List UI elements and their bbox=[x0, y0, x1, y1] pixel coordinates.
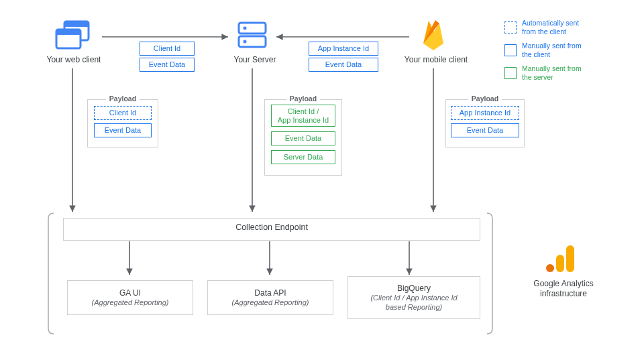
server-stack-icon bbox=[236, 20, 268, 52]
svg-point-5 bbox=[244, 27, 247, 30]
browser-windows-icon bbox=[55, 20, 91, 52]
payload-server-label: Payload bbox=[286, 95, 320, 103]
legend-auto-text: Automatically sent from the client bbox=[522, 19, 589, 36]
report-ga-ui-sub: (Aggregated Reporting) bbox=[68, 298, 193, 308]
firebase-icon bbox=[419, 17, 447, 54]
collection-endpoint: Collection Endpoint bbox=[63, 218, 480, 241]
report-data-api: Data API (Aggregated Reporting) bbox=[207, 280, 333, 315]
report-data-api-title: Data API bbox=[208, 288, 333, 298]
svg-rect-6 bbox=[239, 36, 266, 47]
svg-point-8 bbox=[546, 264, 554, 272]
web-client-label: Your web client bbox=[40, 55, 107, 64]
legend-auto-client: Automatically sent from the client bbox=[504, 19, 589, 36]
payload-mobile-label: Payload bbox=[468, 95, 502, 103]
mobile-to-server-event-data: Event Data bbox=[309, 58, 378, 72]
ga-infra-label: Google Analytics infrastructure bbox=[523, 279, 604, 299]
legend-manual-server-text: Manually sent from the server bbox=[522, 64, 589, 81]
payload-mobile-app-instance-id: App Instance Id bbox=[451, 106, 519, 120]
web-to-server-client-id: Client Id bbox=[140, 42, 195, 56]
svg-rect-1 bbox=[64, 21, 89, 27]
svg-rect-9 bbox=[556, 255, 564, 272]
mobile-client-label: Your mobile client bbox=[396, 55, 476, 64]
svg-rect-3 bbox=[56, 29, 80, 35]
web-to-server-event-data: Event Data bbox=[140, 58, 195, 72]
legend-swatch-auto bbox=[504, 21, 517, 34]
legend-manual-server: Manually sent from the server bbox=[504, 64, 589, 81]
svg-point-7 bbox=[244, 40, 247, 44]
payload-web-client-id: Client Id bbox=[94, 106, 152, 120]
legend-manual-client-text: Manually sent from the client bbox=[522, 42, 589, 58]
legend-manual-client: Manually sent from the client bbox=[504, 42, 589, 58]
report-ga-ui: GA UI (Aggregated Reporting) bbox=[67, 280, 193, 315]
legend-swatch-manual-server bbox=[504, 67, 517, 79]
report-data-api-sub: (Aggregated Reporting) bbox=[208, 298, 333, 308]
server-label: Your Server bbox=[221, 55, 288, 64]
payload-server-ids: Client Id / App Instance Id bbox=[271, 105, 335, 127]
google-analytics-icon bbox=[543, 241, 576, 275]
payload-server-event: Event Data bbox=[271, 131, 335, 145]
payload-server-server-data: Server Data bbox=[271, 150, 335, 164]
report-ga-ui-title: GA UI bbox=[68, 288, 193, 298]
legend-swatch-manual-client bbox=[504, 44, 517, 56]
payload-mobile-event-data: Event Data bbox=[451, 123, 519, 137]
payload-web-label: Payload bbox=[106, 95, 140, 103]
mobile-to-server-app-instance-id: App Instance Id bbox=[309, 42, 378, 56]
report-bigquery-sub: (Client Id / App Instance Id based Repor… bbox=[348, 294, 480, 312]
report-bigquery: BigQuery (Client Id / App Instance Id ba… bbox=[347, 276, 480, 319]
report-bigquery-title: BigQuery bbox=[348, 284, 480, 294]
payload-web-event-data: Event Data bbox=[94, 123, 152, 137]
svg-rect-10 bbox=[566, 245, 574, 272]
svg-rect-4 bbox=[239, 23, 266, 34]
